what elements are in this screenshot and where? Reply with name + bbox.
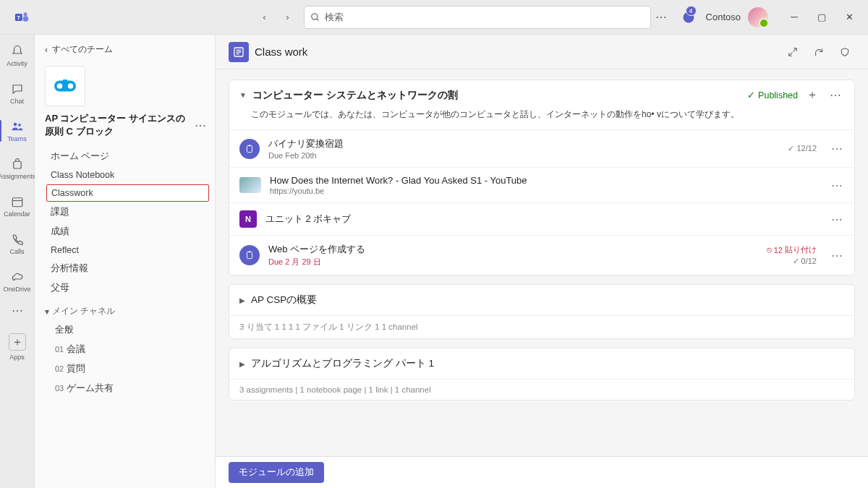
search-icon xyxy=(310,12,320,22)
rail-teams[interactable]: Teams xyxy=(0,113,35,149)
svg-rect-10 xyxy=(12,198,22,207)
team-avatar[interactable] xyxy=(45,66,85,106)
modules-content: ▼ コンピューター システムとネットワークの割 ✓ Published ＋ ⋯ … xyxy=(216,69,868,488)
minimize-button[interactable]: ─ xyxy=(781,6,807,29)
svg-rect-3 xyxy=(23,16,28,22)
back-button[interactable]: ‹ xyxy=(255,7,275,27)
rail-onedrive[interactable]: OneDrive xyxy=(0,263,35,299)
svg-point-13 xyxy=(57,83,63,89)
module-card: ▶ アルゴリズムとプログラミング パート 1 3 assignments | 1… xyxy=(229,348,855,401)
search-input[interactable]: 検索 xyxy=(304,6,651,29)
module-description: このモジュールでは、あなたは、コンピュータが他のコンピュータと話し、インターネッ… xyxy=(229,106,854,129)
more-icon[interactable]: ⋯ xyxy=(651,7,671,27)
calendar-icon xyxy=(10,194,25,209)
module-item[interactable]: How Does the Internet Work? - Glad You A… xyxy=(229,167,854,202)
svg-rect-9 xyxy=(13,161,21,168)
svg-point-18 xyxy=(249,145,250,146)
module-footer: 3 り当て 1 1 1 1 ファイル 1 リンク 1 1 channel xyxy=(229,315,854,338)
forward-button[interactable]: › xyxy=(278,7,298,27)
svg-line-5 xyxy=(316,18,318,20)
classwork-app-icon xyxy=(229,42,249,62)
rail-more-icon[interactable]: ⋯ xyxy=(12,304,23,317)
item-more-icon[interactable]: ⋯ xyxy=(830,213,844,226)
notifications-icon[interactable]: 4 xyxy=(678,7,699,27)
module-card: ▼ コンピューター システムとネットワークの割 ✓ Published ＋ ⋯ … xyxy=(229,80,855,275)
chevron-down-icon: ▾ xyxy=(45,307,49,317)
rail-calendar[interactable]: Calendar xyxy=(0,188,35,224)
module-card: ▶ AP CSPの概要 3 り当て 1 1 1 1 ファイル 1 リンク 1 1… xyxy=(229,284,855,339)
module-footer: 3 assignments | 1 notebook page | 1 link… xyxy=(229,379,854,400)
ch-homepage[interactable]: ホーム ページ xyxy=(35,147,215,166)
apps-label: Apps xyxy=(9,354,25,361)
ch-parents[interactable]: 父母 xyxy=(35,278,215,298)
item-status: ✓ 12/12 xyxy=(788,144,817,153)
rail-chat[interactable]: Chat xyxy=(0,75,35,111)
back-all-teams[interactable]: ‹ すべてのチーム xyxy=(35,40,215,59)
tab-title: Class work xyxy=(255,46,307,58)
module-header-collapsed[interactable]: ▶ AP CSPの概要 xyxy=(229,285,854,315)
ch-grades[interactable]: 成績 xyxy=(35,222,215,241)
item-more-icon[interactable]: ⋯ xyxy=(830,249,844,262)
titlebar: T ‹ › 検索 ⋯ 4 Contoso ─ ▢ ✕ xyxy=(0,0,868,35)
search-placeholder: 検索 xyxy=(325,11,344,24)
refresh-icon[interactable] xyxy=(809,42,829,62)
avatar[interactable] xyxy=(748,7,768,27)
team-more-icon[interactable]: ⋯ xyxy=(193,117,208,134)
backpack-icon xyxy=(10,157,25,171)
cloud-icon xyxy=(10,270,25,284)
subch-questions[interactable]: 02質問 xyxy=(35,359,215,379)
assignment-icon xyxy=(239,245,260,265)
item-more-icon[interactable]: ⋯ xyxy=(830,179,844,192)
rail-assignments[interactable]: Assignments xyxy=(0,150,35,187)
subch-general[interactable]: 全般 xyxy=(35,320,215,340)
module-title: コンピューター システムとネットワークの割 xyxy=(252,89,741,102)
caret-down-icon[interactable]: ▼ xyxy=(239,91,247,99)
assignment-icon xyxy=(239,139,260,159)
svg-point-20 xyxy=(249,251,250,252)
ch-classwork[interactable]: Classwork xyxy=(46,184,209,202)
plus-icon: ＋ xyxy=(12,335,23,350)
phone-icon xyxy=(10,232,25,247)
notification-badge: 4 xyxy=(686,6,697,16)
add-item-icon[interactable]: ＋ xyxy=(804,87,821,103)
tab-header: Class work xyxy=(216,35,868,69)
caret-right-icon: ▶ xyxy=(239,360,245,368)
maximize-button[interactable]: ▢ xyxy=(809,6,835,29)
channel-list: ホーム ページ Class Notebook Classwork 課題 成績 R… xyxy=(35,147,215,298)
module-more-icon[interactable]: ⋯ xyxy=(827,88,844,102)
svg-text:T: T xyxy=(17,14,21,20)
expand-icon[interactable] xyxy=(783,42,803,62)
check-icon: ✓ xyxy=(747,90,755,100)
subch-meetings[interactable]: 01会議 xyxy=(35,340,215,359)
rail-activity[interactable]: Activity xyxy=(0,38,35,74)
main-channel-section[interactable]: ▾ メイン チャネル xyxy=(35,298,215,320)
svg-point-14 xyxy=(68,83,74,89)
item-more-icon[interactable]: ⋯ xyxy=(830,142,844,155)
svg-point-8 xyxy=(18,124,21,127)
add-module-button[interactable]: モジュールの追加 xyxy=(229,462,324,483)
left-rail: Activity Chat Teams Assignments Calendar… xyxy=(0,35,35,488)
channel-panel: ‹ すべてのチーム AP コンピューター サイエンスの原則 C ブロック ⋯ ホ… xyxy=(35,35,216,488)
module-item[interactable]: バイナリ変換宿題 Due Feb 20th ✓ 12/12 ⋯ xyxy=(229,129,854,167)
people-icon xyxy=(10,119,25,134)
ch-assignments[interactable]: 課題 xyxy=(35,202,215,222)
item-status: ⦸12 貼り付け ✓ 0/12 xyxy=(767,244,817,266)
rail-apps[interactable]: ＋ xyxy=(9,333,26,351)
module-header-collapsed[interactable]: ▶ アルゴリズムとプログラミング パート 1 xyxy=(229,348,854,379)
onenote-icon: N xyxy=(239,210,257,228)
svg-rect-17 xyxy=(247,145,252,152)
svg-rect-15 xyxy=(63,80,67,83)
main-area: Class work ▼ コンピューター システムとネットワークの割 ✓ Pub… xyxy=(216,35,868,488)
subch-gameshare[interactable]: 03ゲーム共有 xyxy=(35,379,215,398)
ch-reflect[interactable]: Reflect xyxy=(35,241,215,259)
close-button[interactable]: ✕ xyxy=(836,6,862,29)
chevron-left-icon: ‹ xyxy=(45,45,48,55)
caret-right-icon: ▶ xyxy=(239,296,245,304)
rail-calls[interactable]: Calls xyxy=(0,226,35,262)
module-item[interactable]: N ユニット 2 ボキャブ ⋯ xyxy=(229,202,854,235)
ch-insights[interactable]: 分析情報 xyxy=(35,259,215,278)
shield-icon[interactable] xyxy=(835,42,855,62)
ch-classnotebook[interactable]: Class Notebook xyxy=(35,166,215,184)
history-nav: ‹ › xyxy=(255,7,298,27)
module-item[interactable]: Web ページを作成する Due 2 月 29 日 ⦸12 貼り付け ✓ 0/1… xyxy=(229,235,854,275)
